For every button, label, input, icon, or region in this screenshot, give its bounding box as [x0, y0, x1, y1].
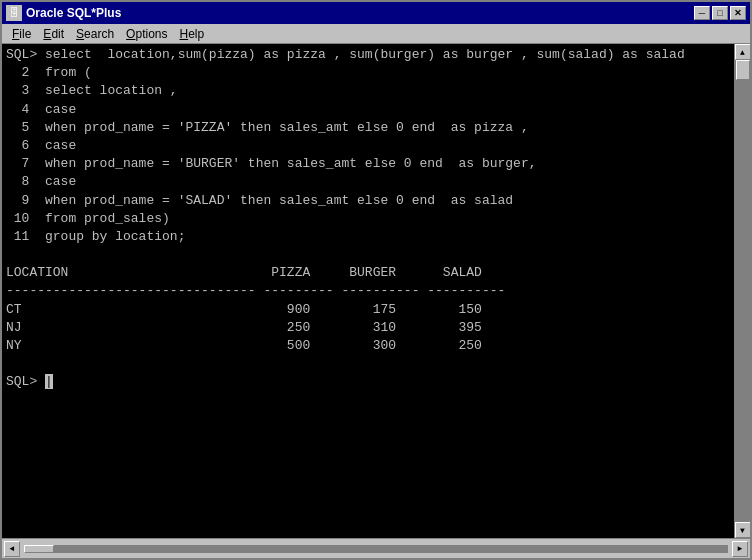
menu-options[interactable]: Options: [120, 26, 173, 42]
minimize-button[interactable]: ─: [694, 6, 710, 20]
title-controls: ─ □ ✕: [694, 6, 746, 20]
menu-help[interactable]: Help: [173, 26, 210, 42]
menu-bar: File Edit Search Options Help: [2, 24, 750, 44]
scroll-thumb[interactable]: [736, 60, 750, 80]
horizontal-scroll-track[interactable]: [24, 545, 728, 553]
title-bar: 🗄 Oracle SQL*Plus ─ □ ✕: [2, 2, 750, 24]
app-icon: 🗄: [6, 5, 22, 21]
scroll-left-button[interactable]: ◄: [4, 541, 20, 557]
window-title: Oracle SQL*Plus: [26, 6, 121, 20]
scroll-track[interactable]: [735, 60, 750, 522]
title-bar-left: 🗄 Oracle SQL*Plus: [6, 5, 121, 21]
status-bar: ◄ ►: [2, 538, 750, 558]
menu-file[interactable]: File: [6, 26, 37, 42]
terminal-output[interactable]: SQL> select location,sum(pizza) as pizza…: [2, 44, 734, 538]
status-left: ◄: [4, 541, 20, 557]
horizontal-scroll-thumb[interactable]: [24, 545, 54, 553]
close-button[interactable]: ✕: [730, 6, 746, 20]
vertical-scrollbar: ▲ ▼: [734, 44, 750, 538]
scroll-up-button[interactable]: ▲: [735, 44, 751, 60]
cursor: |: [45, 374, 53, 389]
main-window: 🗄 Oracle SQL*Plus ─ □ ✕ File Edit Search…: [0, 0, 752, 560]
content-area: SQL> select location,sum(pizza) as pizza…: [2, 44, 750, 538]
menu-search[interactable]: Search: [70, 26, 120, 42]
scroll-right-button[interactable]: ►: [732, 541, 748, 557]
menu-edit[interactable]: Edit: [37, 26, 70, 42]
maximize-button[interactable]: □: [712, 6, 728, 20]
scroll-down-button[interactable]: ▼: [735, 522, 751, 538]
